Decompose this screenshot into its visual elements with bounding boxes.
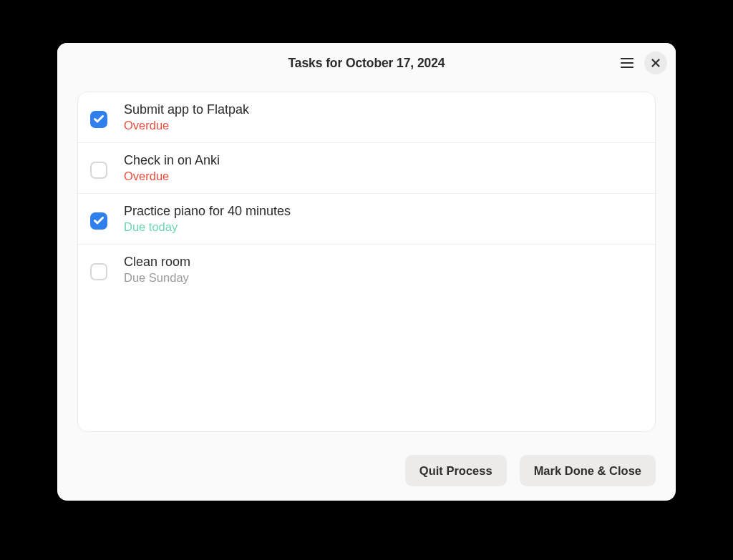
- task-title: Check in on Anki: [124, 153, 220, 168]
- quit-process-button[interactable]: Quit Process: [405, 455, 507, 486]
- check-icon: [94, 215, 104, 227]
- task-subtitle: Overdue: [124, 170, 220, 183]
- window-title: Tasks for October 17, 2024: [288, 56, 445, 71]
- task-checkbox[interactable]: [90, 162, 107, 179]
- task-title: Practice piano for 40 minutes: [124, 204, 291, 219]
- check-icon: [94, 113, 104, 126]
- task-title: Clean room: [124, 255, 190, 270]
- checkbox-wrap: [89, 153, 108, 179]
- checkbox-wrap: [89, 102, 108, 128]
- task-text: Submit app to FlatpakOverdue: [124, 102, 249, 132]
- task-subtitle: Due Sunday: [124, 271, 190, 285]
- app-window: Tasks for October 17, 2024: [57, 43, 676, 501]
- checkbox-wrap: [89, 204, 108, 230]
- task-row[interactable]: Submit app to FlatpakOverdue: [78, 92, 655, 143]
- mark-done-close-button[interactable]: Mark Done & Close: [520, 455, 656, 486]
- titlebar-actions: [616, 43, 667, 83]
- task-row[interactable]: Practice piano for 40 minutesDue today: [78, 194, 655, 245]
- footer: Quit Process Mark Done & Close: [57, 443, 676, 501]
- task-row[interactable]: Clean roomDue Sunday: [78, 245, 655, 295]
- task-checkbox[interactable]: [90, 212, 107, 230]
- task-list: Submit app to FlatpakOverdueCheck in on …: [77, 92, 656, 432]
- task-row[interactable]: Check in on AnkiOverdue: [78, 143, 655, 194]
- task-subtitle: Overdue: [124, 119, 249, 132]
- task-checkbox[interactable]: [90, 263, 107, 280]
- task-text: Practice piano for 40 minutesDue today: [124, 204, 291, 234]
- close-icon: [651, 59, 660, 67]
- content-area: Submit app to FlatpakOverdueCheck in on …: [57, 83, 676, 443]
- task-subtitle: Due today: [124, 220, 291, 234]
- titlebar: Tasks for October 17, 2024: [57, 43, 676, 83]
- task-title: Submit app to Flatpak: [124, 102, 249, 117]
- close-button[interactable]: [644, 51, 667, 74]
- task-text: Clean roomDue Sunday: [124, 255, 190, 285]
- menu-button[interactable]: [616, 51, 639, 74]
- checkbox-wrap: [89, 255, 108, 280]
- task-checkbox[interactable]: [90, 111, 107, 128]
- task-text: Check in on AnkiOverdue: [124, 153, 220, 183]
- hamburger-icon: [621, 58, 634, 68]
